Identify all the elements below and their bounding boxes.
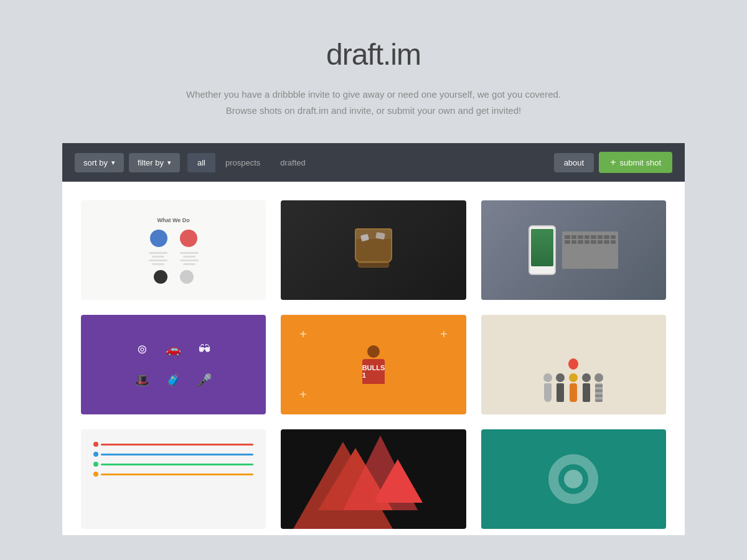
icons-grid: ⊚ 🚗 🕶 🎩 🧳 🎤 [125,332,222,398]
circle-red [180,230,197,247]
toolbar-right: about submit shot [554,152,672,173]
tab-all[interactable]: all [187,153,215,172]
key [598,240,603,244]
ice-1 [360,234,369,242]
tab-prospects[interactable]: prospects [215,153,270,172]
shot-3-inner [481,200,666,300]
metro-track-2 [101,454,253,455]
metro-line-3 [93,462,253,467]
about-button[interactable]: about [554,153,594,172]
shot-1-text [149,252,199,265]
phone-graph [531,229,553,266]
char-dark2-body [583,383,590,402]
circle-blue [150,230,167,247]
glass-body [355,228,392,263]
shot-9-inner [481,429,666,529]
shot-7[interactable] [81,429,266,529]
shot-1-title: What We Do [157,217,189,223]
metro-line-4 [93,472,253,477]
teal-inner [564,470,583,488]
plus-overlay-tr: + [440,327,448,342]
player-body: BULLS1 [362,359,385,384]
icon-vinyl: ⊚ [131,338,154,360]
plus-overlay-bl: + [299,388,307,402]
key [585,240,590,244]
text-col-right [180,252,199,265]
key [571,240,577,244]
filter-by-button[interactable]: filter by [129,153,180,172]
shot-9[interactable] [481,429,666,529]
char-stripe-body [595,383,603,402]
shot-2[interactable] [281,200,466,300]
content-area: What We Do [62,182,685,535]
key [604,235,609,239]
glass-base [358,263,389,268]
shot-5[interactable]: + + + BULLS1 [281,315,466,414]
circle-gray [180,270,194,284]
key [591,240,596,244]
shot-8-inner [281,429,466,529]
metro-dot-2 [93,452,98,457]
subtitle-line-1: Whether you have a dribbble invite to gi… [186,89,561,100]
key [565,235,570,239]
metro-dot-4 [93,472,98,477]
player-head [367,345,380,358]
shot-6-inner [481,315,666,414]
filter-tabs: all prospects drafted [187,153,316,172]
icon-hat: 🎩 [131,369,154,391]
metro-lines [93,442,253,477]
plus-overlay-tl: + [299,327,307,342]
char-clown [568,358,578,402]
icon-mic: 🎤 [194,369,216,391]
player-number: BULLS1 [362,364,385,379]
line-8 [183,263,195,265]
metro-track-4 [101,474,253,475]
key [598,235,603,239]
key [578,240,583,244]
char-clown-body [570,383,577,402]
char-ghost-head [543,373,552,382]
shot-8[interactable] [281,429,466,529]
line-1 [149,252,167,254]
page-wrapper: draft.im Whether you have a dribbble inv… [0,0,747,535]
tab-drafted[interactable]: drafted [270,153,315,172]
char-stripe [594,373,603,402]
text-col-left [149,252,167,265]
icon-glasses: 🕶 [194,338,216,360]
submit-shot-button[interactable]: submit shot [599,152,672,173]
char-stripe-head [594,373,603,382]
shot-3[interactable] [481,200,666,300]
shot-1-circles [150,230,197,247]
key [565,240,570,244]
subtitle-line-2: Browse shots on draft.im and invite, or … [226,105,521,116]
line-2 [152,256,164,258]
char-dark2-head [582,373,591,382]
shots-grid: What We Do [81,200,666,529]
sort-by-button[interactable]: sort by [75,153,124,172]
char-dark-1 [556,373,565,402]
line-6 [183,256,195,258]
circle-dark [154,270,167,284]
shot-2-inner [281,200,466,300]
site-title: draft.im [12,37,735,72]
metro-line-1 [93,442,253,447]
line-3 [149,259,167,261]
laptop-keys [562,231,618,248]
shot-4-inner: ⊚ 🚗 🕶 🎩 🧳 🎤 [81,315,266,414]
shot-4[interactable]: ⊚ 🚗 🕶 🎩 🧳 🎤 [81,315,266,414]
shot-6[interactable] [481,315,666,414]
char-ghost-body [544,383,552,402]
toolbar-left: sort by filter by all prospects drafted [75,153,549,172]
line-4 [152,263,164,265]
player-figure: BULLS1 [362,345,385,384]
hero-section: draft.im Whether you have a dribbble inv… [0,0,747,143]
clown-balloon [568,358,578,370]
whiskey-glass [355,228,392,272]
teal-shape [548,454,598,504]
shot-1-circles-2 [154,270,194,284]
char-dark-body [557,383,564,402]
char-dark-2 [582,373,591,402]
metro-track-1 [101,444,253,446]
shot-1-inner: What We Do [81,200,266,300]
shot-1[interactable]: What We Do [81,200,266,300]
